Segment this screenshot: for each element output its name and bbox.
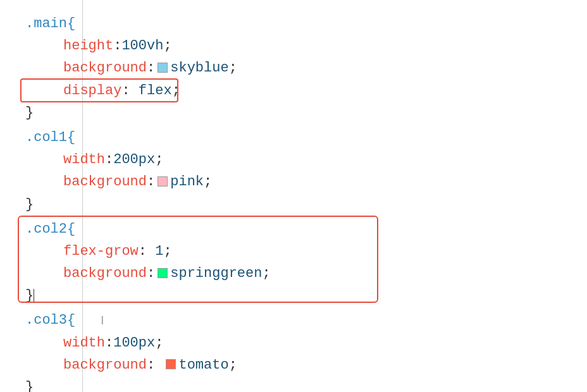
swatch-tomato — [166, 359, 176, 369]
line-col1-selector: .col1{ — [25, 126, 562, 149]
line-background-main: background:skyblue; — [25, 57, 562, 79]
val-bg-col2: springgreen — [170, 262, 262, 285]
brace-col1-close: } — [25, 193, 34, 216]
line-col1-close: } — [25, 193, 562, 216]
prop-bg-main: background — [63, 57, 147, 79]
line-main-close: } — [25, 102, 562, 124]
line-width-col1: width:200px; — [25, 149, 562, 171]
line-background-col1: background:pink; — [25, 171, 562, 193]
prop-bg-col3: background — [63, 354, 147, 376]
selector-main: .main{ — [25, 13, 75, 35]
line-col3-selector: .col3{ I — [25, 309, 562, 331]
line-col2-close: } — [25, 285, 562, 307]
val-width-col3: 100px — [113, 332, 155, 354]
brace-main-close: } — [25, 102, 34, 124]
line-background-col3: background: tomato; — [25, 354, 562, 376]
val-bg-col3: tomato — [178, 354, 228, 376]
code-editor: .main{ height:100vh; background:skyblue;… — [0, 0, 587, 392]
brace-col3-close: } — [25, 376, 34, 392]
prop-bg-col1: background — [63, 171, 147, 193]
selector-col3: .col3{ — [25, 309, 75, 331]
line-background-col2: background:springgreen; — [25, 262, 562, 285]
cursor-indicator: I — [101, 312, 104, 330]
line-flex-grow: flex-grow: 1; — [25, 240, 562, 262]
val-flex-grow: 1 — [155, 240, 163, 262]
selector-col2: .col2{ — [25, 218, 75, 240]
line-col3-close: } — [25, 376, 562, 392]
prop-flex-grow: flex-grow — [63, 240, 139, 262]
line-width-col3: width:100px; — [25, 332, 562, 354]
swatch-skyblue — [158, 63, 168, 73]
line-height: height:100vh; — [25, 35, 562, 57]
prop-bg-col2: background — [63, 262, 147, 285]
line-display: display: flex; — [25, 80, 562, 102]
col2-block: .col2{ flex-grow: 1; background:springgr… — [25, 218, 562, 307]
brace-col2-close: } — [25, 285, 34, 307]
swatch-springgreen — [158, 268, 168, 278]
val-display: flex — [139, 80, 172, 102]
display-flex-container: display: flex; — [25, 80, 562, 102]
val-width-col1: 200px — [113, 149, 155, 171]
main-block: .main{ height:100vh; background:skyblue;… — [25, 13, 562, 124]
col3-block: .col3{ I width:100px; background: tomato… — [25, 309, 562, 392]
prop-display: display — [63, 80, 121, 102]
val-bg-main: skyblue — [170, 57, 228, 79]
prop-width-col1: width — [63, 149, 105, 171]
col1-block: .col1{ width:200px; background:pink; } — [25, 126, 562, 216]
line-main-selector: .main{ — [25, 13, 562, 35]
selector-col1: .col1{ — [25, 126, 75, 149]
text-cursor — [34, 289, 34, 303]
val-bg-col1: pink — [170, 171, 204, 193]
swatch-pink — [158, 176, 168, 187]
line-col2-selector: .col2{ — [25, 218, 562, 240]
prop-width-col3: width — [63, 332, 105, 354]
prop-height: height — [63, 35, 113, 57]
val-height: 100vh — [121, 35, 163, 57]
